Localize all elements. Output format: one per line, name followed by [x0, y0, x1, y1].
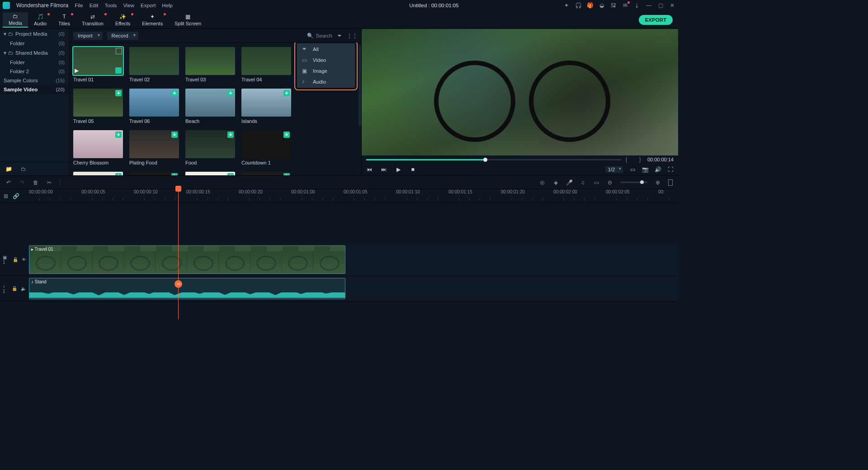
- open-folder-icon[interactable]: 🗀: [21, 166, 27, 172]
- mute-icon[interactable]: 🔈: [21, 286, 26, 291]
- media-thumb[interactable]: Islands: [241, 89, 291, 124]
- tab-media[interactable]: 🗀Media: [3, 12, 28, 28]
- step-back-icon[interactable]: ⏮: [366, 166, 373, 173]
- sidebar-item-folder[interactable]: Folder(0): [0, 58, 69, 67]
- eye-icon[interactable]: 👁: [22, 257, 26, 262]
- sidebar-item-folder-2[interactable]: Folder 2(0): [0, 67, 69, 76]
- compass-icon[interactable]: ✦: [563, 2, 570, 9]
- snapshot-icon[interactable]: 📷: [642, 166, 648, 173]
- scrollbar[interactable]: [359, 45, 361, 127]
- playhead[interactable]: ✂: [178, 189, 179, 320]
- media-thumb[interactable]: [73, 172, 123, 175]
- timeline-zoom-slider[interactable]: [620, 182, 647, 183]
- window-minimize-icon[interactable]: —: [646, 2, 652, 9]
- new-folder-icon[interactable]: 📁: [5, 166, 12, 172]
- save-icon[interactable]: 🖫: [610, 2, 617, 9]
- download-badge-icon: [227, 90, 234, 96]
- window-maximize-icon[interactable]: ▢: [657, 2, 664, 9]
- lock-icon[interactable]: 🔓: [13, 257, 18, 262]
- headphones-icon[interactable]: 🎧: [575, 2, 581, 9]
- media-thumb[interactable]: Plating Food: [129, 130, 179, 165]
- filter-audio[interactable]: ♪Audio: [297, 76, 354, 87]
- lock-icon[interactable]: 🔓: [12, 286, 17, 291]
- media-thumb[interactable]: Travel 06: [129, 89, 179, 124]
- audio-clip[interactable]: ♪ Stand: [29, 278, 345, 299]
- undo-icon[interactable]: ↶: [5, 179, 12, 186]
- menu-file[interactable]: File: [75, 3, 83, 8]
- scissors-icon[interactable]: ✂: [175, 280, 182, 288]
- link-icon[interactable]: 🔗: [13, 193, 19, 199]
- record-dropdown[interactable]: Record: [107, 32, 138, 40]
- preview-viewport[interactable]: [362, 29, 678, 155]
- thumb-label: Islands: [241, 118, 291, 124]
- voiceover-icon[interactable]: 🎤: [566, 179, 572, 186]
- menu-tools[interactable]: Tools: [105, 3, 117, 8]
- filter-all[interactable]: ⏷All: [297, 44, 354, 55]
- media-thumb[interactable]: Travel 03: [185, 47, 235, 82]
- zoom-in-icon[interactable]: ⊕: [655, 179, 661, 186]
- redo-icon[interactable]: ↷: [19, 179, 25, 186]
- stop-icon[interactable]: ■: [410, 166, 416, 173]
- sidebar-item-sample-video[interactable]: Sample Video(20): [0, 85, 69, 94]
- message-icon[interactable]: ✉: [622, 2, 628, 9]
- sidebar-item-sample-colors[interactable]: Sample Colors(15): [0, 76, 69, 85]
- tab-effects[interactable]: ✨Effects: [109, 12, 136, 28]
- tab-transition[interactable]: ⇄Transition: [76, 12, 109, 28]
- preview-seekbar[interactable]: [366, 159, 621, 160]
- menu-edit[interactable]: Edit: [90, 3, 99, 8]
- step-forward-icon[interactable]: ⏭: [381, 166, 387, 173]
- menu-help[interactable]: Help: [162, 3, 173, 8]
- media-thumb[interactable]: [185, 172, 235, 175]
- filter-video[interactable]: ▭Video: [297, 55, 354, 66]
- split-icon[interactable]: ✂: [46, 179, 52, 186]
- render-preview-icon[interactable]: ▭: [593, 179, 599, 186]
- preview-zoom-select[interactable]: 1/2: [605, 166, 623, 173]
- fullscreen-icon[interactable]: ⛶: [667, 166, 674, 173]
- filter-icon[interactable]: ⏷: [337, 33, 342, 39]
- sidebar-item-label: Project Media: [15, 31, 47, 37]
- media-thumb[interactable]: Beach: [185, 89, 235, 124]
- download-icon[interactable]: ⭳: [634, 2, 640, 9]
- marker-icon[interactable]: ◎: [539, 179, 545, 186]
- volume-icon[interactable]: 🔊: [655, 166, 661, 173]
- search-input[interactable]: 🔍 Search: [307, 33, 332, 39]
- render-quality-icon[interactable]: ▭: [629, 166, 636, 173]
- view-grid-icon[interactable]: ⋮⋮: [347, 33, 358, 39]
- media-thumb[interactable]: Travel 02: [129, 47, 179, 82]
- timeline-ruler[interactable]: 00:00:00:0000:00:00:0500:00:00:1000:00:0…: [29, 189, 678, 202]
- window-close-icon[interactable]: ✕: [669, 2, 675, 9]
- media-thumb[interactable]: Countdown 1: [241, 130, 291, 165]
- menu-export[interactable]: Export: [141, 3, 156, 8]
- audio-mixer-icon[interactable]: ♫: [580, 179, 586, 186]
- timeline-settings-icon[interactable]: ⊞: [4, 193, 8, 199]
- export-button[interactable]: EXPORT: [639, 15, 673, 25]
- play-icon[interactable]: ▶: [395, 166, 401, 173]
- video-clip[interactable]: ▸ Travel 01: [29, 245, 345, 274]
- import-dropdown[interactable]: Import: [73, 32, 103, 40]
- sidebar-item-folder[interactable]: Folder(0): [0, 39, 69, 48]
- media-thumb[interactable]: ▶Travel 01: [73, 47, 123, 82]
- gift-icon[interactable]: 🎁: [587, 2, 593, 9]
- tab-elements[interactable]: ✦Elements: [136, 12, 169, 28]
- sidebar-item-project-media[interactable]: ▾🗀Project Media(0): [0, 29, 69, 39]
- delete-icon[interactable]: 🗑: [33, 179, 39, 186]
- media-thumb[interactable]: [241, 172, 291, 175]
- media-thumb[interactable]: [129, 172, 179, 175]
- filter-image[interactable]: ▣Image: [297, 66, 354, 76]
- tab-split-screen[interactable]: ▦Split Screen: [169, 12, 207, 28]
- download-badge-icon: [283, 90, 290, 96]
- media-thumb[interactable]: Cherry Blossom: [73, 130, 123, 165]
- keyframe-icon[interactable]: ◈: [552, 179, 559, 186]
- zoom-fit-icon[interactable]: [668, 179, 673, 186]
- media-thumb[interactable]: Travel 04: [241, 47, 291, 82]
- zoom-out-icon[interactable]: ⊖: [607, 179, 613, 186]
- sidebar-item-shared-media[interactable]: ▾🗀Shared Media(0): [0, 48, 69, 58]
- tab-label: Transition: [82, 21, 104, 26]
- menu-view[interactable]: View: [123, 3, 134, 8]
- tab-audio[interactable]: 🎵Audio: [28, 12, 52, 28]
- media-thumb[interactable]: Travel 05: [73, 89, 123, 124]
- tab-titles[interactable]: TTitles: [52, 12, 76, 28]
- thumb-label: Food: [185, 160, 235, 165]
- media-thumb[interactable]: Food: [185, 130, 235, 165]
- account-icon[interactable]: ◒: [599, 2, 605, 9]
